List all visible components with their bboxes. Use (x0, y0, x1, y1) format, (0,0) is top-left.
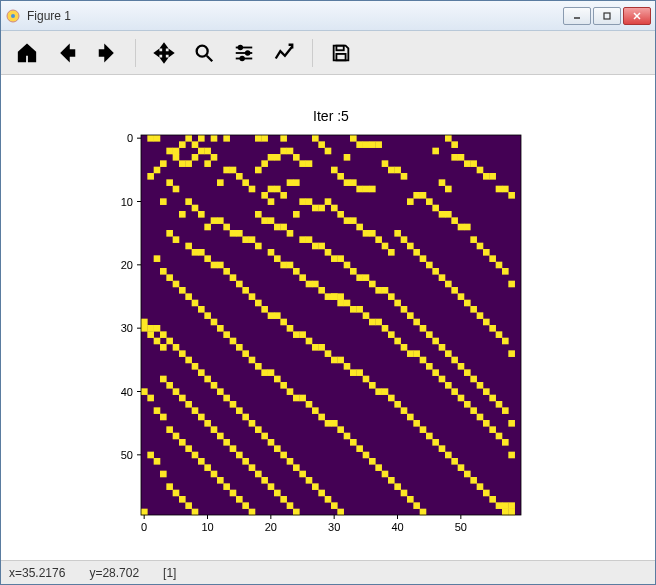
svg-rect-165 (204, 255, 211, 262)
svg-rect-88 (268, 186, 275, 193)
svg-rect-209 (388, 293, 395, 300)
svg-rect-361 (432, 439, 439, 446)
svg-rect-87 (249, 186, 256, 193)
svg-rect-413 (407, 496, 414, 503)
svg-rect-156 (477, 243, 484, 250)
svg-rect-3 (604, 13, 610, 19)
minimize-button[interactable] (563, 7, 591, 25)
svg-rect-347 (255, 426, 262, 433)
edit-button[interactable] (266, 35, 302, 71)
svg-text:40: 40 (121, 386, 133, 398)
svg-rect-320 (230, 401, 237, 408)
svg-rect-66 (230, 167, 237, 174)
svg-rect-51 (344, 154, 351, 161)
svg-rect-281 (344, 363, 351, 370)
back-button[interactable] (49, 35, 85, 71)
svg-rect-342 (413, 420, 420, 427)
svg-rect-219 (350, 306, 357, 313)
svg-rect-248 (299, 331, 306, 338)
svg-rect-414 (489, 496, 496, 503)
pan-button[interactable] (146, 35, 182, 71)
svg-rect-147 (375, 236, 382, 243)
svg-rect-327 (236, 407, 243, 414)
svg-rect-36 (451, 141, 458, 148)
svg-rect-157 (192, 249, 199, 256)
toolbar (1, 31, 655, 75)
svg-rect-417 (287, 502, 294, 509)
svg-rect-357 (179, 439, 186, 446)
svg-rect-166 (274, 255, 281, 262)
svg-rect-19 (185, 135, 192, 142)
svg-rect-269 (407, 350, 414, 357)
svg-rect-271 (445, 350, 452, 357)
home-button[interactable] (9, 35, 45, 71)
svg-rect-139 (363, 230, 370, 237)
svg-rect-108 (426, 198, 433, 205)
close-button[interactable] (623, 7, 651, 25)
plot-area[interactable]: Iter :50102030405001020304050 (1, 75, 655, 560)
svg-rect-174 (287, 262, 294, 269)
svg-rect-336 (407, 414, 414, 421)
svg-rect-141 (394, 230, 401, 237)
svg-rect-68 (331, 167, 338, 174)
svg-rect-185 (230, 274, 237, 281)
svg-rect-418 (331, 502, 338, 509)
maximize-button[interactable] (593, 7, 621, 25)
forward-button[interactable] (89, 35, 125, 71)
svg-rect-309 (451, 388, 458, 395)
svg-rect-77 (489, 173, 496, 180)
svg-rect-34 (369, 141, 376, 148)
svg-rect-317 (458, 395, 465, 402)
svg-rect-270 (413, 350, 420, 357)
zoom-button[interactable] (186, 35, 222, 71)
svg-rect-80 (242, 179, 249, 186)
svg-rect-324 (496, 401, 503, 408)
svg-rect-163 (483, 249, 490, 256)
svg-rect-151 (255, 243, 262, 250)
svg-rect-262 (312, 344, 319, 351)
svg-rect-47 (211, 154, 218, 161)
svg-rect-23 (255, 135, 262, 142)
svg-rect-253 (166, 338, 173, 345)
svg-rect-217 (198, 306, 205, 313)
svg-rect-145 (299, 236, 306, 243)
svg-rect-99 (420, 192, 427, 199)
svg-rect-152 (312, 243, 319, 250)
svg-rect-304 (173, 388, 180, 395)
svg-rect-368 (147, 452, 154, 459)
svg-rect-409 (179, 496, 186, 503)
save-button[interactable] (323, 35, 359, 71)
svg-rect-225 (274, 312, 281, 319)
svg-rect-283 (458, 363, 465, 370)
svg-rect-404 (230, 490, 237, 497)
svg-rect-386 (160, 471, 167, 478)
svg-rect-96 (261, 192, 268, 199)
svg-rect-193 (312, 281, 319, 288)
svg-rect-179 (223, 268, 230, 275)
svg-rect-263 (318, 344, 325, 351)
svg-rect-243 (489, 325, 496, 332)
svg-text:0: 0 (141, 521, 147, 533)
svg-rect-395 (388, 477, 395, 484)
svg-rect-367 (439, 445, 446, 452)
svg-rect-58 (261, 160, 268, 167)
svg-rect-73 (236, 173, 243, 180)
svg-rect-257 (432, 338, 439, 345)
svg-rect-338 (204, 420, 211, 427)
svg-rect-239 (217, 325, 224, 332)
svg-rect-218 (261, 306, 268, 313)
svg-rect-298 (211, 382, 218, 389)
titlebar[interactable]: Figure 1 (1, 1, 655, 31)
svg-rect-276 (337, 357, 344, 364)
subplots-button[interactable] (226, 35, 262, 71)
svg-rect-84 (350, 179, 357, 186)
svg-rect-279 (192, 363, 199, 370)
svg-rect-353 (261, 433, 268, 440)
svg-rect-369 (192, 452, 199, 459)
svg-rect-322 (394, 401, 401, 408)
svg-rect-389 (299, 471, 306, 478)
svg-rect-232 (369, 319, 376, 326)
svg-rect-411 (280, 496, 287, 503)
svg-rect-100 (508, 192, 515, 199)
svg-rect-398 (223, 483, 230, 490)
